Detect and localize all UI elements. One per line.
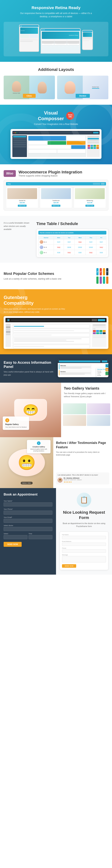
section-colors: Most Popular Color Schemes Look at a var… (0, 263, 112, 289)
gallery-overlay-card: 1 Regular Gallery Your best theme ever f… (3, 416, 29, 430)
color-swatch[interactable] (103, 277, 105, 284)
timetable-title: Time Table / Schedule (36, 221, 108, 226)
color-option[interactable] (103, 332, 106, 334)
gutenberg-description: View your words, pictures, and layout lo… (4, 307, 67, 313)
visual-description: Convert Your Imagination into a Real Web… (4, 123, 108, 125)
section-woo: Woo Woocommerce Plugin Integration Theme… (0, 164, 112, 216)
device-desktop: Embodiment of Beauty (40, 28, 81, 54)
booking-form: Your Name* Your Phone* Your Email* Selec… (4, 500, 52, 547)
device-phone (82, 30, 93, 50)
ba-overlay-desc: Advanced gallery feature with amazing tr… (29, 448, 49, 452)
panel-icon-calendar[interactable]: 📅 (106, 368, 108, 371)
color-option[interactable] (103, 330, 106, 332)
section-gutenberg: Gutenberg Compatibility View your words,… (0, 289, 112, 354)
submit-button[interactable]: SEND NOW (4, 542, 22, 547)
rf-email-input[interactable] (62, 542, 106, 546)
before-after-title: Before / After Testimonials Page Feature (56, 441, 109, 450)
color-option[interactable] (100, 332, 102, 334)
gallery-overlay-title: Regular Gallery (5, 423, 27, 425)
section-info: Easy to Access Information Panel Very us… (0, 354, 112, 383)
name-input[interactable] (4, 502, 52, 506)
testimonial-author: 👩‍⚕️ Dr. Jessica Johnson HEAD AT DENTIST… (57, 477, 108, 483)
gallery-main-image: 😁 1 Regular Gallery Your best theme ever… (0, 383, 61, 437)
panel-icon-location[interactable]: 📍 (106, 372, 108, 375)
visual-title: Visual Composser (38, 110, 64, 121)
gutenberg-screenshot: Color (4, 316, 108, 349)
woo-product-item[interactable]: Whitening $14.99 Add to Cart (74, 187, 106, 208)
gallery-description: Two friendly image gallery pages variant… (64, 392, 109, 398)
before-after-overlay: 2 Creative Gallery Advanced gallery feat… (27, 440, 51, 453)
section-layouts: Additional Layouts Medical Staff (0, 62, 112, 105)
info-description: Very useful information panel that is al… (4, 370, 54, 377)
date-select[interactable] (4, 535, 27, 539)
table-row: Dr. B busy 10-18 10-18 10-18 busy (38, 245, 106, 250)
color-option[interactable] (96, 332, 99, 334)
color-swatch-pencil[interactable] (106, 268, 108, 275)
rf-phone-input[interactable] (62, 549, 106, 553)
gallery-thumbnail[interactable] (87, 403, 110, 414)
request-form-description: Book an Appointment to the doctor on-lin… (60, 522, 108, 528)
color-swatch[interactable] (103, 268, 105, 275)
section-timetable: It is a useful timetable shown when doct… (0, 216, 112, 263)
gallery-title: Two Gallery Variants (64, 386, 109, 391)
clinic-btn[interactable]: Clinic (23, 94, 36, 98)
color-swatch[interactable] (100, 277, 102, 284)
woo-product-item[interactable]: Dental Kit $19.99 Add to Cart (6, 187, 38, 208)
rating-stars: ★★★★★ (64, 481, 82, 483)
gallery-overlay-num: 1 (5, 418, 9, 422)
color-option[interactable] (93, 330, 96, 332)
color-swatch[interactable] (100, 268, 102, 275)
gallery-thumbnail[interactable] (87, 415, 110, 426)
window-dot-yellow (15, 132, 16, 133)
device-tablet: Dental Clinic (19, 25, 39, 52)
add-to-cart-btn[interactable]: Add to Cart (18, 205, 26, 207)
field-label-date: Select (4, 533, 27, 535)
info-card: Welcome (59, 364, 92, 369)
color-swatch[interactable] (96, 277, 99, 284)
dentist-btn[interactable]: Dentist (76, 94, 90, 98)
rf-submit-button[interactable]: SEND NOW (62, 564, 76, 568)
gallery-overlay-desc: Your best theme ever for Medical (5, 426, 27, 428)
gallery-thumbnails (61, 402, 112, 428)
request-form-mockup: Full Name Email Address Phone Message SE… (60, 531, 108, 570)
rf-message-input[interactable] (62, 556, 106, 562)
phone-input[interactable] (4, 510, 52, 515)
field-label-doctor: Select doctor (4, 525, 52, 526)
save-badge: Save $46 (66, 112, 74, 120)
color-swatch[interactable] (106, 277, 108, 284)
color-swatch[interactable] (96, 268, 99, 275)
layout-card-clinic[interactable]: Medical Staff Clinic (4, 75, 55, 99)
gallery-info-panel: Two Gallery Variants Two friendly image … (61, 383, 112, 402)
woo-screenshot: Shop Dental Kit $19.99 Add to Cart Tooth… (4, 180, 108, 211)
add-to-cart-btn[interactable]: Add to Cart (52, 205, 60, 207)
doctor-select[interactable] (4, 527, 52, 531)
info-card: Services (59, 370, 92, 375)
save-label: Save (68, 114, 72, 116)
field-label-phone: Your Phone* (4, 508, 52, 510)
woo-product-item[interactable]: Toothbrush $24.99 Add to Cart (40, 187, 72, 208)
gallery-thumbnail[interactable] (63, 403, 86, 414)
responsive-title: Responsive Retina Ready (4, 5, 108, 10)
form-field-time: Time (29, 533, 52, 539)
field-label-name: Your Name* (4, 500, 52, 502)
color-option[interactable] (96, 330, 99, 332)
request-form-section: 📋 Nice Looking Request Form Book an Appo… (56, 488, 112, 575)
panel-icon-phone[interactable]: 📞 (106, 364, 108, 367)
form-field-phone: Your Phone* (4, 508, 52, 515)
woo-product-grid: Dental Kit $19.99 Add to Cart Toothbrush… (6, 187, 106, 208)
visual-header: Visual Composser Save $46 (4, 110, 108, 121)
color-option[interactable] (93, 332, 96, 334)
add-to-cart-btn[interactable]: Add to Cart (85, 205, 94, 207)
responsive-description: Our responsive theme is compatible with … (20, 12, 92, 18)
testimonial-card: I am dental patient. This is the BEST de… (56, 472, 109, 485)
visual-screenshot (10, 129, 102, 159)
gallery-thumbnail[interactable] (63, 415, 86, 426)
rf-name-input[interactable] (62, 536, 106, 539)
layout-card-dentist[interactable]: Dental Care Dentist (57, 75, 108, 99)
color-option[interactable] (100, 330, 102, 332)
section-booking: Book an Appointment Your Name* Your Phon… (0, 488, 112, 575)
author-name: Dr. Jessica Johnson (64, 477, 82, 479)
time-input[interactable] (29, 535, 52, 539)
section-visual: Visual Composser Save $46 Convert Your I… (0, 105, 112, 164)
email-input[interactable] (4, 519, 52, 523)
